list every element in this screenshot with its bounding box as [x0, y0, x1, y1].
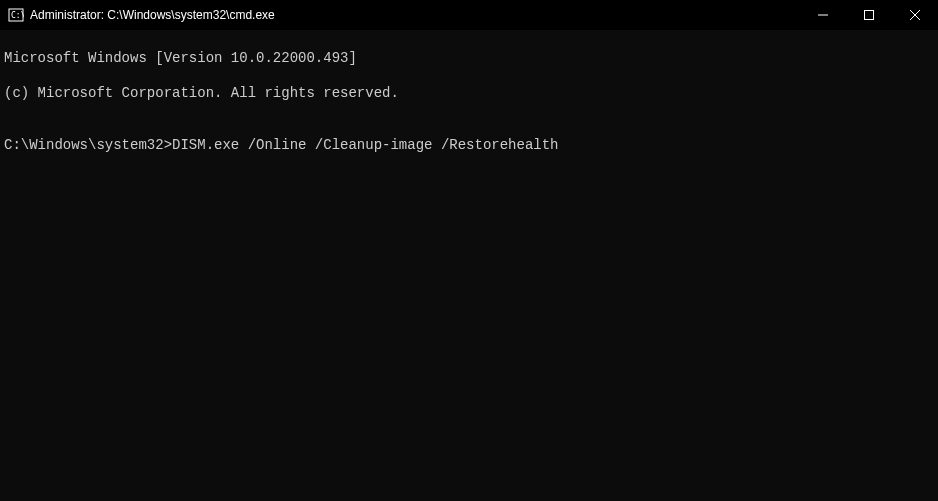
- window-controls: [800, 0, 938, 30]
- cmd-icon: C:\: [8, 7, 24, 23]
- svg-text:C:\: C:\: [11, 11, 24, 20]
- window-title: Administrator: C:\Windows\system32\cmd.e…: [30, 8, 275, 22]
- maximize-button[interactable]: [846, 0, 892, 30]
- minimize-button[interactable]: [800, 0, 846, 30]
- prompt-line: C:\Windows\system32>DISM.exe /Online /Cl…: [4, 137, 934, 155]
- svg-rect-3: [865, 11, 874, 20]
- prompt-path: C:\Windows\system32>: [4, 137, 172, 155]
- copyright-line: (c) Microsoft Corporation. All rights re…: [4, 85, 934, 103]
- titlebar-left: C:\ Administrator: C:\Windows\system32\c…: [8, 7, 275, 23]
- command-input[interactable]: DISM.exe /Online /Cleanup-image /Restore…: [172, 137, 558, 155]
- version-line: Microsoft Windows [Version 10.0.22000.49…: [4, 50, 934, 68]
- close-button[interactable]: [892, 0, 938, 30]
- terminal-output[interactable]: Microsoft Windows [Version 10.0.22000.49…: [0, 30, 938, 501]
- window-titlebar: C:\ Administrator: C:\Windows\system32\c…: [0, 0, 938, 30]
